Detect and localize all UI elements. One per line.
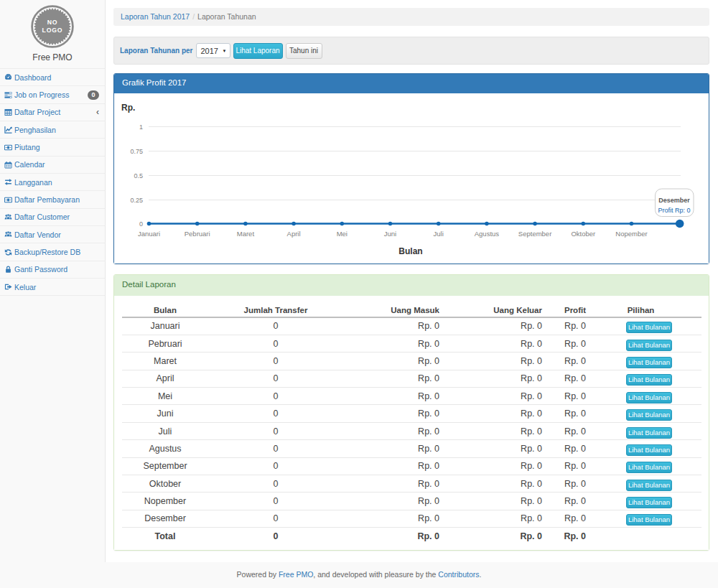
- svg-text:0.75: 0.75: [130, 148, 143, 155]
- svg-text:Juli: Juli: [434, 230, 444, 238]
- svg-text:April: April: [287, 230, 301, 238]
- svg-text:Pebruari: Pebruari: [185, 230, 210, 238]
- svg-text:0.25: 0.25: [130, 197, 143, 204]
- svg-text:Juni: Juni: [384, 230, 396, 238]
- svg-text:Mei: Mei: [337, 230, 348, 238]
- svg-text:0.5: 0.5: [134, 172, 143, 179]
- svg-text:Agustus: Agustus: [475, 230, 500, 238]
- svg-text:LOGO: LOGO: [42, 27, 63, 34]
- svg-text:1: 1: [139, 123, 143, 131]
- svg-text:0: 0: [139, 220, 143, 228]
- svg-text:Rp.: Rp.: [121, 103, 135, 113]
- svg-text:Bulan: Bulan: [398, 246, 422, 256]
- svg-text:NO: NO: [47, 19, 58, 26]
- svg-text:Januari: Januari: [138, 230, 160, 238]
- svg-text:September: September: [518, 230, 551, 238]
- svg-text:Nopember: Nopember: [615, 230, 647, 238]
- svg-text:Oktober: Oktober: [571, 230, 595, 238]
- svg-text:Maret: Maret: [237, 230, 255, 238]
- svg-text:Profit Rp: 0: Profit Rp: 0: [658, 207, 690, 214]
- svg-text:Desember: Desember: [658, 197, 690, 204]
